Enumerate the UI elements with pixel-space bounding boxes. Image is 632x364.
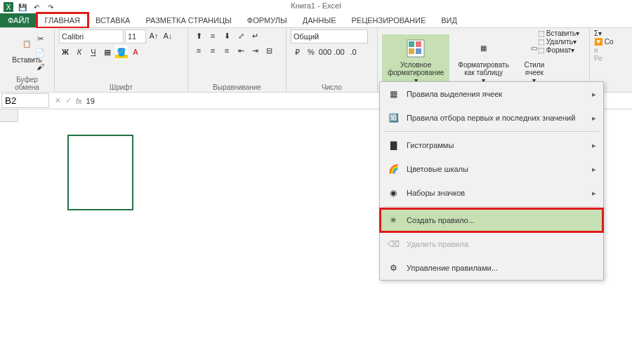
cut-icon[interactable]: ✂ xyxy=(34,32,46,45)
fx-icon[interactable]: fx xyxy=(76,97,82,105)
svg-text:X: X xyxy=(6,4,11,11)
name-box[interactable] xyxy=(1,93,49,108)
svg-rect-5 xyxy=(409,48,414,54)
tab-home[interactable]: ГЛАВНАЯ xyxy=(37,13,88,27)
align-right-icon[interactable]: ≡ xyxy=(220,44,233,57)
data-bars-icon: ▇ xyxy=(387,139,400,151)
alignment-label: Выравнивание xyxy=(192,82,282,91)
redo-icon[interactable]: ↷ xyxy=(45,1,56,13)
cells-insert-button[interactable]: ⬚ Вставить▾ xyxy=(538,29,579,37)
menu-color-scales[interactable]: 🌈Цветовые шкалы▸ xyxy=(380,157,603,181)
align-bottom-icon[interactable]: ⬇ xyxy=(220,29,233,42)
conditional-formatting-icon xyxy=(404,37,427,60)
menu-clear-rules[interactable]: ⌫Удалить правила xyxy=(380,232,603,256)
increase-indent-icon[interactable]: ⇥ xyxy=(249,44,261,57)
format-as-table-button[interactable]: ▦ Форматировать как таблицу▾ xyxy=(452,34,515,87)
cells-format-button[interactable]: ⬚ Формат▾ xyxy=(538,46,574,54)
ribbon-tabs: ФАЙЛ ГЛАВНАЯ ВСТАВКА РАЗМЕТКА СТРАНИЦЫ Ф… xyxy=(0,13,632,28)
save-icon[interactable]: 💾 xyxy=(17,1,28,13)
tab-view[interactable]: ВИД xyxy=(433,13,465,27)
bold-button[interactable]: Ж xyxy=(59,46,72,58)
percent-icon[interactable]: % xyxy=(305,46,317,58)
menu-icon-sets[interactable]: ◉Наборы значков▸ xyxy=(380,181,603,205)
manage-rules-icon: ⚙ xyxy=(387,262,400,274)
tab-insert[interactable]: ВСТАВКА xyxy=(88,13,138,27)
italic-button[interactable]: К xyxy=(73,46,86,58)
selection-outline xyxy=(67,135,133,210)
cancel-formula-icon[interactable]: ✕ xyxy=(55,96,61,105)
table-icon: ▦ xyxy=(473,37,495,60)
border-button[interactable]: ▦ xyxy=(101,46,114,58)
svg-rect-3 xyxy=(409,41,414,47)
orientation-icon[interactable]: ⤢ xyxy=(235,29,247,42)
conditional-formatting-button[interactable]: Условное форматирование▾ xyxy=(382,34,449,87)
align-top-icon[interactable]: ⬆ xyxy=(192,29,205,42)
currency-icon[interactable]: ₽ xyxy=(291,46,303,58)
menu-manage-rules[interactable]: ⚙Управление правилами... xyxy=(380,256,603,280)
tab-formulas[interactable]: ФОРМУЛЫ xyxy=(239,13,295,27)
new-rule-icon: ✳ xyxy=(387,214,400,227)
menu-data-bars[interactable]: ▇Гистограммы▸ xyxy=(380,133,603,157)
excel-logo-icon: X xyxy=(3,1,14,13)
underline-button[interactable]: Ч xyxy=(87,46,100,58)
align-middle-icon[interactable]: ≡ xyxy=(206,29,219,42)
clear-rules-icon: ⌫ xyxy=(387,238,400,250)
undo-icon[interactable]: ↶ xyxy=(31,1,42,13)
color-scales-icon: 🌈 xyxy=(387,163,400,175)
window-title: Книга1 - Excel xyxy=(0,0,632,13)
increase-font-icon[interactable]: A↑ xyxy=(147,29,160,42)
menu-top-bottom-rules[interactable]: 🔟Правила отбора первых и последних значе… xyxy=(380,106,603,130)
tab-file[interactable]: ФАЙЛ xyxy=(0,13,37,27)
cells-delete-button[interactable]: ⬚ Удалить▾ xyxy=(538,38,577,46)
number-format-combo[interactable]: Общий xyxy=(291,29,368,43)
format-painter-icon[interactable]: 🖌 xyxy=(34,60,46,73)
top-bottom-icon: 🔟 xyxy=(387,112,400,124)
confirm-formula-icon[interactable]: ✓ xyxy=(65,96,72,105)
wrap-text-icon[interactable]: ↵ xyxy=(249,29,261,42)
tab-layout[interactable]: РАЗМЕТКА СТРАНИЦЫ xyxy=(138,13,239,27)
menu-new-rule[interactable]: ✳Создать правило... xyxy=(380,208,603,232)
align-center-icon[interactable]: ≡ xyxy=(206,44,219,57)
copy-icon[interactable]: 📄 xyxy=(34,46,46,59)
font-size-combo[interactable]: 11 xyxy=(125,29,146,43)
font-color-button[interactable]: A xyxy=(129,46,142,58)
icon-sets-icon: ◉ xyxy=(387,187,400,199)
font-label: Шрифт xyxy=(59,82,183,91)
select-all-corner[interactable] xyxy=(0,109,18,122)
decrease-decimal-icon[interactable]: .0 xyxy=(347,46,360,58)
svg-rect-4 xyxy=(416,41,421,47)
decrease-indent-icon[interactable]: ⇤ xyxy=(235,44,247,57)
autosum-button[interactable]: Σ▾ xyxy=(594,29,602,37)
comma-icon[interactable]: 000 xyxy=(319,46,331,58)
font-name-combo[interactable]: Calibri xyxy=(59,29,124,43)
sort-filter-button[interactable]: 🔽 Со xyxy=(594,38,614,46)
fill-color-button[interactable]: 🪣 xyxy=(115,46,128,58)
tab-review[interactable]: РЕЦЕНЗИРОВАНИЕ xyxy=(343,13,433,27)
merge-icon[interactable]: ⊟ xyxy=(263,44,275,57)
conditional-formatting-menu: ▦Правила выделения ячеек▸ 🔟Правила отбор… xyxy=(379,81,604,281)
highlight-rules-icon: ▦ xyxy=(387,88,400,100)
number-label: Число xyxy=(291,82,373,91)
tab-data[interactable]: ДАННЫЕ xyxy=(295,13,344,27)
svg-rect-6 xyxy=(416,48,421,54)
menu-highlight-cells-rules[interactable]: ▦Правила выделения ячеек▸ xyxy=(380,82,603,106)
increase-decimal-icon[interactable]: .00 xyxy=(333,46,345,58)
clipboard-label: Буфер обмена xyxy=(4,74,50,91)
align-left-icon[interactable]: ≡ xyxy=(192,44,205,57)
decrease-font-icon[interactable]: A↓ xyxy=(162,29,174,42)
formula-input[interactable]: 19 xyxy=(86,97,95,105)
